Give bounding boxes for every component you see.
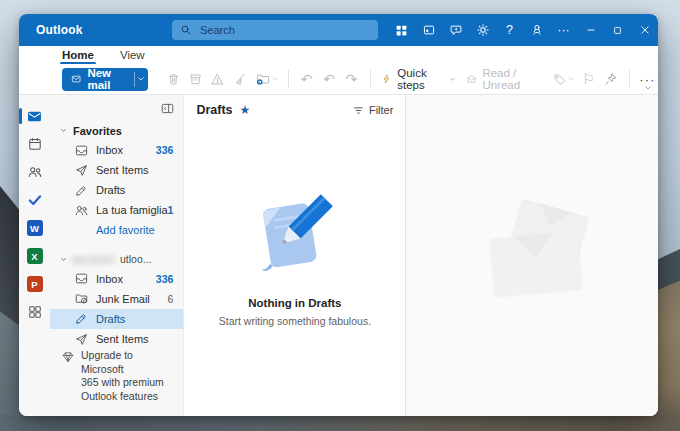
read-unread-button[interactable]: Read / Unread — [460, 67, 548, 91]
rail-item-powerpoint[interactable]: P — [19, 270, 50, 298]
empty-state: Nothing in Drafts Start writing somethin… — [184, 185, 405, 327]
rail-item-more-apps[interactable] — [19, 298, 50, 326]
mail-icon — [26, 108, 43, 125]
tab-view[interactable]: View — [120, 50, 145, 65]
account-drafts-selected[interactable]: Drafts — [50, 309, 183, 329]
unread-count: 1 — [168, 204, 174, 216]
account-header[interactable]: account utloo... — [50, 250, 183, 269]
delete-button[interactable] — [164, 67, 183, 91]
chevron-down-icon — [136, 74, 146, 84]
toolbar-divider — [288, 70, 289, 88]
favorite-star-icon[interactable]: ★ — [240, 104, 251, 116]
rail-item-word[interactable]: W — [19, 214, 50, 242]
favorite-drafts[interactable]: Drafts — [50, 180, 183, 200]
sweep-button[interactable] — [231, 67, 250, 91]
favorite-inbox[interactable]: Inbox 336 — [50, 140, 183, 160]
warning-triangle-icon — [210, 72, 225, 87]
move-to-dropdown[interactable] — [271, 75, 279, 83]
excel-icon: X — [27, 248, 43, 264]
more-apps-icon — [27, 304, 43, 320]
minimize-button[interactable] — [577, 14, 604, 46]
categorize-button[interactable] — [549, 67, 568, 91]
new-mail-split-button[interactable]: New mail — [62, 68, 148, 91]
help-icon: ? — [506, 24, 513, 37]
upgrade-line: Upgrade to Microsoft — [81, 349, 133, 375]
search-box[interactable] — [172, 20, 378, 40]
favorites-header[interactable]: Favorites — [50, 121, 183, 140]
minimize-icon — [584, 23, 598, 37]
folder-label: Drafts — [96, 184, 183, 196]
premium-person-icon — [530, 23, 544, 37]
powerpoint-icon: P — [27, 276, 43, 292]
ribbon-tabs: Home View — [19, 46, 658, 64]
archive-button[interactable] — [186, 67, 205, 91]
rail-item-mail[interactable] — [19, 102, 50, 130]
drafts-pencil-icon — [74, 183, 89, 198]
pin-button[interactable] — [601, 67, 620, 91]
filter-icon — [352, 104, 365, 117]
maximize-button[interactable] — [604, 14, 631, 46]
rail-item-excel[interactable]: X — [19, 242, 50, 270]
filter-label: Filter — [369, 104, 393, 116]
tag-icon — [552, 72, 567, 87]
categorize-dropdown[interactable] — [567, 75, 575, 83]
search-input[interactable] — [198, 23, 370, 37]
rail-item-todo[interactable] — [19, 186, 50, 214]
sent-icon — [74, 332, 89, 347]
group-people-icon — [74, 203, 89, 218]
move-to-button[interactable] — [253, 67, 272, 91]
report-button[interactable] — [208, 67, 227, 91]
filter-button[interactable]: Filter — [352, 104, 393, 117]
sent-icon — [74, 163, 89, 178]
feedback-button[interactable] — [442, 14, 469, 46]
app-launcher-button[interactable] — [388, 14, 415, 46]
premium-button[interactable] — [523, 14, 550, 46]
new-mail-button[interactable]: New mail — [62, 68, 134, 91]
titlebar[interactable]: Outlook ? ··· — [19, 14, 658, 46]
folder-label: Sent Items — [96, 164, 183, 176]
titlebar-actions: ? ··· — [388, 14, 658, 46]
help-button[interactable]: ? — [496, 14, 523, 46]
add-favorite-link[interactable]: Add favorite — [50, 220, 183, 239]
new-mail-dropdown[interactable] — [134, 68, 148, 91]
unread-count: 336 — [156, 144, 174, 156]
my-day-button[interactable] — [415, 14, 442, 46]
outlook-window: Outlook ? ··· Home View — [19, 14, 658, 416]
quick-steps-button[interactable]: Quick steps — [377, 67, 460, 91]
tab-home[interactable]: Home — [62, 50, 94, 65]
rail-item-people[interactable] — [19, 158, 50, 186]
chevron-down-icon — [567, 75, 575, 83]
people-icon — [27, 164, 43, 180]
empty-state-subtitle: Start writing something fabulous. — [219, 315, 371, 327]
junk-folder-icon — [74, 291, 89, 306]
rail-item-calendar[interactable] — [19, 130, 50, 158]
app-launcher-icon — [395, 24, 408, 37]
upgrade-link[interactable]: Upgrade to Microsoft 365 with premium Ou… — [61, 349, 175, 403]
flag-button[interactable]: ⚐ — [579, 67, 598, 91]
reply-all-button[interactable]: ↶ — [319, 67, 338, 91]
list-header: Drafts ★ Filter — [184, 95, 405, 125]
forward-button[interactable]: ↷ — [342, 67, 361, 91]
favorite-sent-items[interactable]: Sent Items — [50, 160, 183, 180]
reply-button[interactable]: ↶ — [297, 67, 316, 91]
settings-button[interactable] — [469, 14, 496, 46]
favorites-label: Favorites — [73, 125, 122, 137]
account-inbox[interactable]: Inbox 336 — [50, 269, 183, 289]
content-area: W X P Favorites Inbox 336 — [19, 95, 658, 416]
titlebar-more-button[interactable]: ··· — [550, 14, 577, 46]
reply-icon: ↶ — [301, 72, 313, 86]
reply-all-icon: ↶ — [323, 72, 335, 86]
item-count: 6 — [168, 293, 174, 305]
trash-icon — [166, 72, 181, 87]
upgrade-line: Outlook features — [81, 390, 158, 402]
folder-label: Sent Items — [96, 333, 183, 345]
folder-pane: Favorites Inbox 336 Sent Items Drafts — [50, 95, 183, 416]
folder-label: Drafts — [96, 313, 183, 325]
hide-folder-pane-button[interactable] — [160, 101, 175, 116]
account-sent-items[interactable]: Sent Items — [50, 329, 183, 349]
ribbon-collapse-button[interactable] — [643, 83, 653, 93]
close-button[interactable] — [631, 14, 658, 46]
account-junk-email[interactable]: Junk Email 6 — [50, 289, 183, 309]
drafts-pencil-icon — [74, 311, 89, 326]
favorite-la-tua-famiglia[interactable]: La tua famiglia 1 — [50, 200, 183, 220]
